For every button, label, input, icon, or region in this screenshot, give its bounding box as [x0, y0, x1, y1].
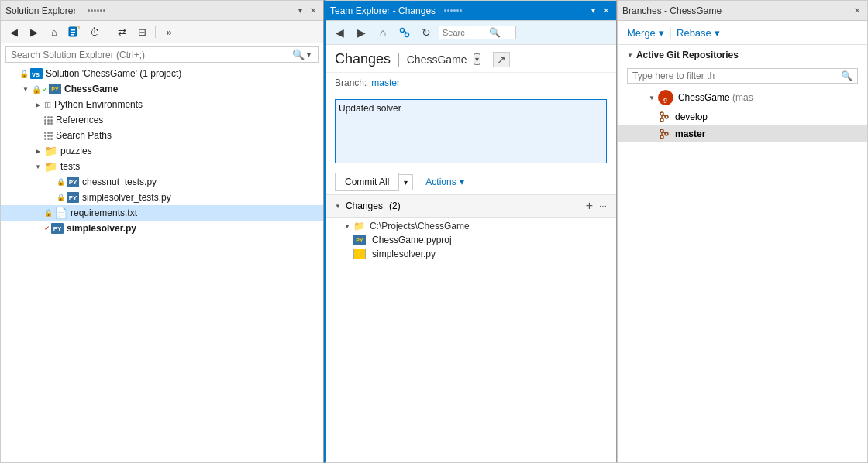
repo-item-chessgame[interactable]: ▼ g ChessGame (mas	[618, 87, 867, 108]
repo-name: ChessGame (mas	[678, 92, 753, 103]
repo-suffix: (mas	[732, 92, 753, 103]
references-icon	[44, 116, 53, 125]
branches-filter-icon[interactable]: 🔍	[841, 70, 852, 81]
tree-item-tests[interactable]: 📁 tests	[1, 159, 323, 174]
new-solution-button[interactable]	[66, 23, 83, 40]
path-folder-icon: 📁	[353, 221, 365, 232]
tree-item-simplesolver-tests[interactable]: 🔒 PY simplesolver_tests.py	[1, 190, 323, 205]
red-check-icon: ✓	[44, 225, 50, 232]
te-header-title: Changes	[335, 51, 391, 67]
merge-label: Merge	[627, 27, 656, 39]
branches-close-button[interactable]: ✕	[852, 5, 863, 15]
solution-explorer-close-button[interactable]: ✕	[308, 5, 319, 15]
back-button[interactable]: ◀	[5, 23, 22, 40]
team-explorer-pin-button[interactable]: ▾	[589, 5, 598, 15]
tree-item-requirements[interactable]: 🔒 📄 requirements.txt	[1, 205, 323, 221]
changes-actions: + ···	[586, 200, 607, 212]
solution-explorer-pin-button[interactable]: ▾	[296, 5, 305, 15]
tests-label: tests	[60, 161, 80, 172]
commit-message-input[interactable]: Updated solver	[339, 103, 603, 157]
branches-filter-input[interactable]	[632, 70, 841, 81]
tests-folder-icon: 📁	[44, 160, 57, 173]
tree-item-search-paths[interactable]: Search Paths	[1, 128, 323, 143]
chessgame-expand[interactable]	[19, 83, 32, 95]
tree-item-solution[interactable]: 🔒 vs Solution 'ChessGame' (1 project)	[1, 66, 323, 81]
sync-button[interactable]: ⇄	[113, 23, 130, 40]
merge-button[interactable]: Merge ▾	[627, 27, 664, 39]
change-path-expand: ▼	[344, 223, 350, 230]
check-icon-chessgame: ✓	[43, 86, 48, 93]
te-connect-button[interactable]	[395, 23, 414, 42]
svg-line-8	[404, 30, 407, 33]
tests-expand[interactable]	[32, 160, 44, 173]
python-envs-icon: ⊞	[44, 100, 51, 110]
branch-label: Branch:	[335, 77, 367, 88]
refresh-button[interactable]: ⊟	[133, 23, 150, 40]
puzzles-label: puzzles	[60, 146, 92, 156]
rebase-label: Rebase	[677, 27, 711, 39]
tree-item-python-envs[interactable]: ⊞ Python Environments	[1, 97, 323, 112]
tree-item-references[interactable]: References	[1, 112, 323, 128]
change-path-header: ▼ 📁 C:\Projects\ChessGame	[326, 218, 616, 233]
merge-dropdown-icon: ▾	[659, 27, 664, 39]
txt-file-icon: 📄	[54, 207, 67, 219]
python-envs-expand[interactable]	[32, 98, 44, 111]
te-home-button[interactable]: ⌂	[374, 23, 392, 42]
branches-titlebar: Branches - ChessGame ✕	[618, 1, 867, 21]
more-button[interactable]: »	[160, 23, 177, 40]
changes-count: (2)	[389, 201, 401, 211]
rebase-button[interactable]: Rebase ▾	[677, 27, 720, 39]
tree-item-chessgame[interactable]: 🔒 ✓ PY ChessGame	[1, 81, 323, 97]
solution-explorer-titlebar-actions: ▾ ✕	[296, 5, 319, 15]
changes-section-header: ▼ Changes (2) + ···	[326, 194, 616, 218]
te-back-button[interactable]: ◀	[330, 23, 349, 42]
branch-value[interactable]: master	[371, 77, 400, 88]
lock-icon-solution: 🔒	[19, 70, 29, 78]
chessgame-label: ChessGame	[64, 84, 118, 94]
changes-add-button[interactable]: +	[586, 200, 593, 212]
change-path-value: C:\Projects\ChessGame	[370, 221, 470, 232]
te-search-input[interactable]	[443, 28, 489, 37]
lock-icon-simplesolver-tests: 🔒	[57, 194, 65, 201]
changes-list: ▼ 📁 C:\Projects\ChessGame PY ChessGame.p…	[326, 218, 616, 462]
changes-title-row[interactable]: ▼ Changes (2)	[335, 201, 401, 211]
lock-icon-requirements: 🔒	[44, 209, 53, 217]
team-explorer-header: Changes | ChessGame ▾ ↗	[326, 45, 616, 73]
svg-point-6	[401, 29, 405, 33]
branch-item-develop[interactable]: develop	[618, 108, 867, 125]
change-file-simplesolver[interactable]: ⚡ simplesolver.py	[326, 247, 616, 261]
history-button[interactable]: ⏱	[86, 23, 103, 40]
te-forward-button[interactable]: ▶	[352, 23, 370, 42]
puzzles-expand[interactable]	[32, 145, 44, 157]
te-grip	[444, 9, 462, 12]
commit-all-button[interactable]: Commit All	[335, 173, 399, 191]
simplesolver-file-label: simplesolver.py	[372, 249, 436, 259]
tree-item-puzzles[interactable]: 📁 puzzles	[1, 143, 323, 159]
commit-all-dropdown[interactable]: ▾	[399, 174, 413, 190]
changes-more-button[interactable]: ···	[599, 201, 607, 211]
te-header-popout-button[interactable]: ↗	[493, 52, 510, 67]
active-repos-header[interactable]: ▼ Active Git Repositories	[618, 45, 867, 65]
tree-item-simplesolver[interactable]: ✓ PY simplesolver.py	[1, 221, 323, 236]
te-refresh-button[interactable]: ↻	[417, 23, 436, 42]
home-button[interactable]: ⌂	[46, 23, 63, 40]
forward-button[interactable]: ▶	[26, 23, 43, 40]
tree-item-chessnut-tests[interactable]: 🔒 PY chessnut_tests.py	[1, 174, 323, 190]
references-label: References	[56, 115, 103, 125]
branch-item-master[interactable]: master	[618, 125, 867, 142]
svg-text:g: g	[663, 96, 667, 103]
branches-titlebar-actions: ✕	[852, 5, 863, 15]
simplesolver-tests-py-icon: PY	[67, 192, 79, 203]
branches-title-text: Branches - ChessGame	[622, 5, 722, 16]
commit-message-area: Updated solver	[335, 99, 607, 163]
solution-search-input[interactable]	[11, 50, 292, 60]
team-explorer-close-button[interactable]: ✕	[601, 5, 611, 15]
te-header-dropdown[interactable]: ▾	[474, 53, 480, 65]
solution-search-options[interactable]: ▾	[305, 50, 313, 60]
actions-button[interactable]: Actions ▾	[419, 173, 470, 190]
change-file-pyproj[interactable]: PY ChessGame.pyproj	[326, 233, 616, 247]
svg-point-7	[405, 33, 409, 37]
te-search-icon[interactable]: 🔍	[489, 27, 501, 38]
active-repos-label: Active Git Repositories	[636, 50, 739, 60]
solution-search-icon[interactable]: 🔍	[292, 49, 305, 60]
